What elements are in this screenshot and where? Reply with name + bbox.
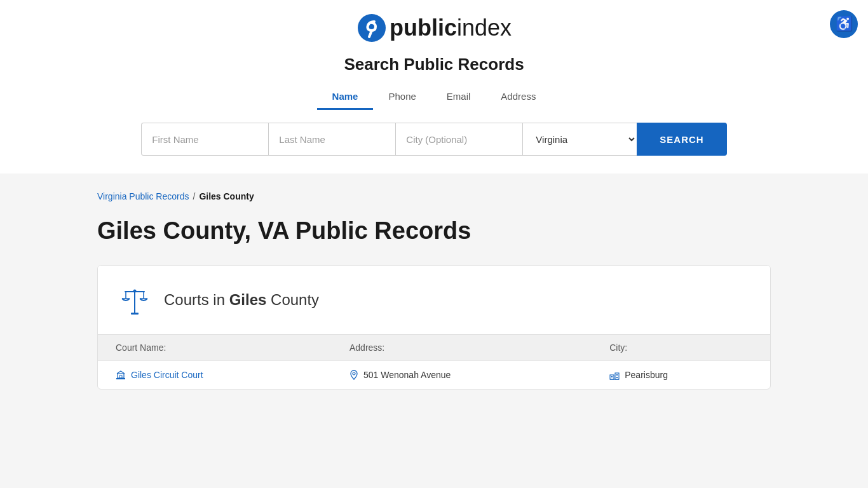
courts-table: Court Name: Address: City:	[98, 334, 770, 389]
courts-header: Courts in Giles County	[98, 266, 770, 334]
city-icon	[609, 370, 620, 380]
col-city: City:	[592, 334, 770, 360]
search-title: Search Public Records	[344, 55, 524, 74]
court-name-link[interactable]: Giles Circuit Court	[116, 370, 314, 380]
table-row: Giles Circuit Court 501 Wenonah Avenue	[98, 360, 770, 389]
search-bar: Virginia Alabama Alaska Arizona Arkansas…	[85, 123, 783, 156]
court-name-text: Giles Circuit Court	[131, 370, 203, 380]
courts-title-suffix: County	[266, 291, 319, 308]
accessibility-icon: ♿	[836, 17, 853, 31]
tab-email[interactable]: Email	[431, 85, 486, 110]
city-input[interactable]	[395, 123, 522, 156]
courts-title-county: Giles	[229, 291, 267, 308]
page-header: publicindex Search Public Records Name P…	[0, 0, 868, 110]
tab-name[interactable]: Name	[317, 85, 374, 110]
svg-rect-15	[611, 376, 613, 377]
tab-phone[interactable]: Phone	[373, 85, 431, 110]
first-name-input[interactable]	[141, 123, 268, 156]
tab-address[interactable]: Address	[485, 85, 551, 110]
logo-index: index	[457, 15, 512, 41]
courts-icon	[116, 281, 154, 319]
search-button[interactable]: SEARCH	[637, 123, 726, 156]
breadcrumb: Virginia Public Records / Giles County	[97, 191, 771, 201]
svg-point-12	[353, 372, 355, 375]
city-text: Pearisburg	[625, 370, 668, 380]
main-content: Virginia Public Records / Giles County G…	[72, 173, 796, 415]
search-tabs: Name Phone Email Address	[317, 85, 552, 110]
logo-public: public	[390, 15, 457, 41]
table-header-row: Court Name: Address: City:	[98, 334, 770, 360]
address-text: 501 Wenonah Avenue	[363, 370, 451, 380]
logo-text: publicindex	[390, 15, 512, 41]
state-select[interactable]: Virginia Alabama Alaska Arizona Arkansas…	[522, 123, 637, 156]
last-name-input[interactable]	[268, 123, 395, 156]
breadcrumb-current: Giles County	[199, 191, 254, 201]
page-heading: Giles County, VA Public Records	[97, 217, 771, 246]
breadcrumb-separator: /	[193, 191, 195, 201]
breadcrumb-link[interactable]: Virginia Public Records	[97, 191, 189, 201]
courts-title: Courts in Giles County	[164, 291, 319, 309]
svg-rect-16	[616, 374, 618, 376]
col-court-name: Court Name:	[98, 334, 332, 360]
svg-point-0	[358, 14, 386, 42]
location-icon	[349, 370, 358, 380]
svg-point-8	[133, 289, 137, 292]
logo: publicindex	[356, 13, 512, 43]
courts-title-prefix: Courts in	[164, 291, 229, 308]
accessibility-button[interactable]: ♿	[830, 10, 858, 38]
search-section: Virginia Alabama Alaska Arizona Arkansas…	[0, 110, 868, 173]
scales-icon	[117, 282, 153, 318]
svg-rect-14	[615, 373, 619, 379]
svg-rect-17	[616, 377, 618, 378]
court-building-icon	[116, 370, 126, 380]
court-name-cell: Giles Circuit Court	[98, 360, 332, 389]
city-cell: Pearisburg	[592, 360, 770, 389]
svg-rect-2	[134, 292, 135, 313]
address-cell: 501 Wenonah Avenue	[332, 360, 592, 389]
col-address: Address:	[332, 334, 592, 360]
logo-icon	[356, 13, 387, 43]
svg-rect-1	[131, 313, 139, 315]
courts-section: Courts in Giles County Court Name: Addre…	[97, 265, 771, 390]
